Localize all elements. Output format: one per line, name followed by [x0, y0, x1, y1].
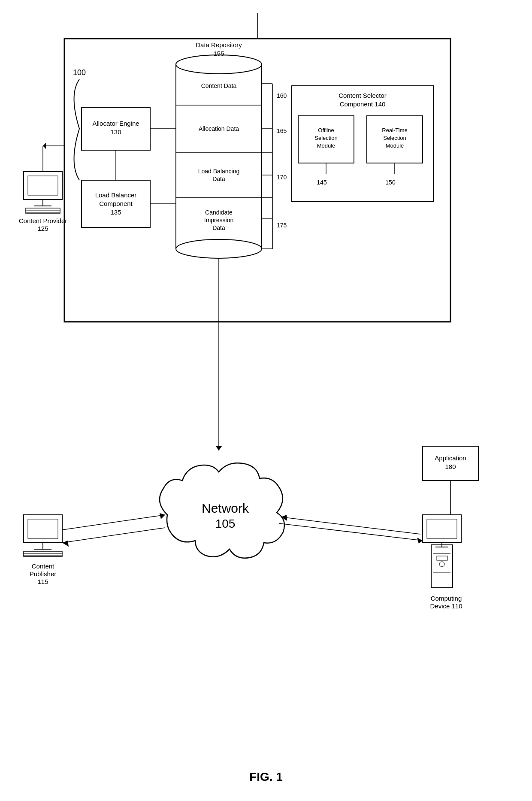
svg-rect-95 — [427, 519, 457, 538]
svg-text:Module: Module — [317, 142, 336, 149]
svg-rect-100 — [423, 446, 478, 481]
svg-line-106 — [281, 517, 420, 534]
svg-text:Allocator Engine: Allocator Engine — [92, 120, 139, 127]
svg-text:145: 145 — [317, 179, 327, 186]
svg-text:170: 170 — [277, 174, 287, 181]
svg-text:165: 165 — [277, 127, 287, 134]
svg-line-104 — [279, 523, 423, 541]
svg-rect-59 — [24, 172, 62, 199]
diagram-container: Allocator Engine 130 Load Balancer Compo… — [0, 0, 532, 801]
svg-text:Selection: Selection — [383, 135, 406, 141]
svg-text:180: 180 — [445, 463, 456, 470]
svg-text:Load Balancing: Load Balancing — [198, 168, 240, 175]
svg-text:Allocation Data: Allocation Data — [199, 125, 239, 132]
svg-rect-76 — [28, 519, 58, 538]
svg-marker-107 — [281, 515, 287, 521]
svg-text:Candidate: Candidate — [205, 209, 233, 216]
svg-text:115: 115 — [37, 578, 48, 585]
svg-rect-43 — [298, 116, 354, 163]
svg-line-85 — [62, 515, 165, 530]
svg-rect-94 — [423, 515, 461, 543]
svg-rect-0 — [64, 39, 450, 322]
svg-rect-91 — [437, 556, 447, 560]
svg-text:125: 125 — [37, 225, 48, 232]
svg-text:Data: Data — [212, 224, 225, 231]
diagram-svg: Allocator Engine 130 Load Balancer Compo… — [0, 0, 532, 801]
svg-text:Component 140: Component 140 — [340, 100, 386, 108]
svg-text:105: 105 — [215, 517, 236, 530]
svg-rect-60 — [28, 176, 58, 195]
svg-rect-79 — [24, 551, 62, 556]
svg-text:Application: Application — [435, 454, 466, 462]
svg-text:Computing: Computing — [431, 595, 462, 602]
svg-rect-75 — [24, 515, 62, 543]
svg-line-87 — [62, 528, 165, 543]
svg-text:Data: Data — [212, 175, 225, 182]
svg-text:Device 110: Device 110 — [430, 602, 462, 610]
svg-text:Selection: Selection — [314, 135, 337, 141]
svg-text:150: 150 — [385, 179, 396, 186]
svg-text:Network: Network — [202, 501, 249, 515]
svg-text:100: 100 — [73, 68, 86, 77]
svg-rect-5 — [82, 180, 150, 227]
svg-marker-105 — [417, 538, 423, 544]
svg-text:Content Data: Content Data — [201, 82, 237, 89]
svg-text:160: 160 — [277, 92, 287, 99]
svg-rect-63 — [26, 208, 60, 213]
svg-marker-72 — [216, 446, 222, 450]
svg-text:Real-Time: Real-Time — [382, 127, 407, 133]
svg-text:130: 130 — [110, 128, 121, 136]
svg-rect-89 — [431, 545, 453, 588]
svg-rect-2 — [82, 107, 150, 150]
svg-text:Publisher: Publisher — [30, 570, 57, 577]
svg-text:Content Provider: Content Provider — [19, 217, 67, 224]
svg-text:Offline: Offline — [318, 127, 334, 133]
svg-marker-86 — [160, 513, 165, 519]
svg-rect-40 — [292, 86, 433, 202]
svg-marker-70 — [43, 143, 46, 149]
svg-text:FIG. 1: FIG. 1 — [249, 770, 283, 783]
svg-point-12 — [176, 239, 262, 258]
svg-rect-47 — [367, 116, 423, 163]
svg-text:135: 135 — [110, 209, 121, 216]
svg-text:175: 175 — [277, 222, 287, 229]
svg-marker-88 — [62, 541, 69, 547]
svg-text:Impression: Impression — [204, 217, 233, 224]
svg-text:Component: Component — [99, 200, 133, 207]
svg-text:Content: Content — [32, 562, 54, 570]
svg-text:Load Balancer: Load Balancer — [95, 191, 137, 199]
svg-point-92 — [439, 562, 444, 567]
svg-rect-10 — [176, 64, 262, 249]
svg-text:Data Repository: Data Repository — [196, 41, 242, 48]
svg-text:Content Selector: Content Selector — [339, 92, 387, 99]
svg-point-11 — [176, 55, 262, 74]
svg-text:Module: Module — [386, 142, 404, 149]
svg-text:155: 155 — [213, 50, 224, 57]
